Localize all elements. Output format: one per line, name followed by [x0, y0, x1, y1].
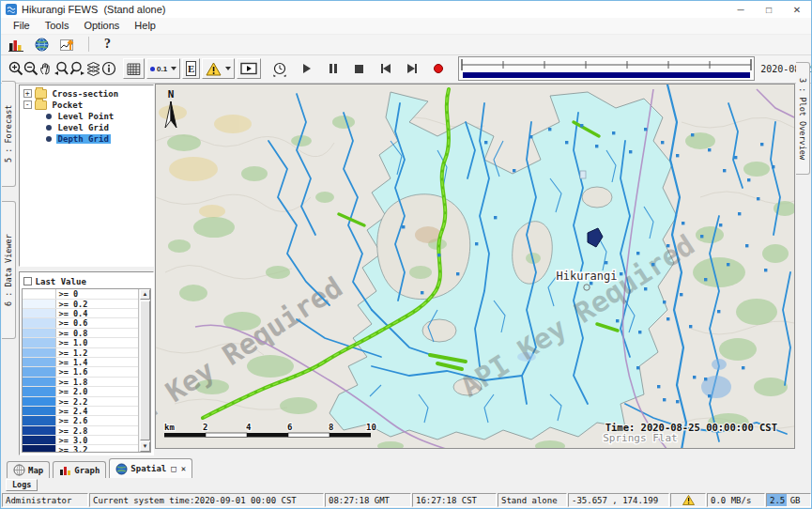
level-point-marker[interactable] [738, 212, 741, 215]
level-point-marker[interactable] [456, 272, 459, 275]
level-point-marker[interactable] [760, 143, 763, 146]
level-point-marker[interactable] [629, 150, 632, 153]
help-button[interactable]: ? [100, 37, 115, 52]
minimize-button[interactable]: ─ [727, 1, 755, 18]
level-point-marker[interactable] [742, 366, 744, 369]
level-point-marker[interactable] [693, 376, 696, 378]
level-point-marker[interactable] [676, 400, 679, 403]
record-button[interactable] [429, 59, 447, 78]
level-point-marker[interactable] [636, 366, 639, 369]
level-point-marker[interactable] [484, 141, 487, 144]
pan-button[interactable] [38, 59, 54, 78]
level-point-marker[interactable] [612, 131, 615, 134]
level-point-marker[interactable] [663, 301, 666, 303]
menu-help[interactable]: Help [128, 19, 162, 32]
pause-button[interactable] [324, 59, 342, 78]
level-point-marker[interactable] [644, 128, 647, 131]
legend-scrollbar[interactable]: ▲ ▼ [138, 289, 150, 452]
level-point-marker[interactable] [644, 287, 647, 290]
level-point-marker[interactable] [680, 293, 682, 296]
level-point-marker[interactable] [708, 148, 711, 151]
elevation-scale-button[interactable]: E [182, 58, 200, 79]
first-frame-button[interactable] [376, 59, 394, 78]
tree-item-label[interactable]: Depth Grid [56, 134, 111, 144]
level-point-marker[interactable] [757, 197, 759, 200]
tab-restore-icon[interactable]: □ [171, 464, 176, 473]
level-point-marker[interactable] [548, 128, 551, 131]
stop-button[interactable] [350, 59, 368, 78]
level-point-marker[interactable] [764, 269, 767, 271]
level-point-marker[interactable] [772, 165, 774, 168]
map-viewport[interactable]: API Key Required [155, 84, 795, 449]
level-point-marker[interactable] [595, 145, 598, 147]
close-button[interactable]: ✕ [783, 1, 811, 18]
tree-item-label[interactable]: Pocket [51, 100, 85, 110]
tree-expander[interactable]: + [23, 89, 32, 98]
status-warning[interactable] [670, 493, 706, 507]
menu-options[interactable]: Options [77, 19, 126, 32]
level-point-marker[interactable] [717, 310, 720, 313]
zoom-next-button[interactable] [69, 59, 85, 78]
tab-graph[interactable]: Graph [53, 461, 106, 478]
profile-display-button[interactable] [59, 35, 77, 54]
level-point-marker[interactable] [513, 169, 515, 172]
tree-item-label[interactable]: Level Grid [56, 123, 111, 132]
level-point-marker[interactable] [691, 133, 694, 136]
tree-item[interactable]: Depth Grid [22, 133, 154, 145]
level-point-marker[interactable] [663, 398, 666, 401]
scroll-up-icon[interactable]: ▲ [140, 289, 150, 300]
tab-map[interactable]: Map [7, 461, 50, 478]
level-point-marker[interactable] [636, 252, 639, 254]
level-point-marker[interactable] [723, 169, 726, 172]
level-point-marker[interactable] [689, 325, 692, 328]
level-point-marker[interactable] [682, 222, 684, 224]
info-button[interactable] [101, 59, 116, 78]
scrollbar-thumb[interactable] [140, 301, 150, 440]
last-frame-button[interactable] [403, 59, 421, 78]
zoom-in-button[interactable] [8, 59, 23, 78]
tree-item[interactable]: Level Point [22, 111, 154, 122]
level-point-marker[interactable] [704, 378, 707, 380]
zoom-out-button[interactable] [23, 59, 38, 78]
level-point-marker[interactable] [565, 141, 568, 144]
time-slider[interactable] [458, 56, 755, 81]
spatial-display-button[interactable] [33, 35, 51, 54]
tab-close-icon[interactable]: ✕ [181, 464, 186, 473]
layers-button[interactable] [85, 59, 101, 78]
level-point-marker[interactable] [529, 135, 532, 138]
animation-settings-button[interactable] [271, 59, 288, 78]
level-point-marker[interactable] [727, 263, 729, 266]
level-point-marker[interactable] [651, 263, 654, 266]
zoom-previous-button[interactable] [54, 59, 69, 78]
maximize-button[interactable]: □ [755, 1, 783, 18]
tree-item-label[interactable]: Level Point [56, 112, 116, 121]
level-point-marker[interactable] [494, 216, 497, 219]
level-point-marker[interactable] [657, 385, 660, 388]
tree-item[interactable]: -Pocket [22, 100, 154, 111]
scalar-display-button[interactable] [7, 35, 24, 54]
contour-threshold-button[interactable]: 0.1 [146, 58, 180, 79]
level-point-marker[interactable] [719, 224, 722, 226]
level-point-marker[interactable] [700, 235, 703, 238]
level-point-marker[interactable] [704, 278, 707, 281]
level-point-marker[interactable] [708, 394, 711, 397]
level-point-marker[interactable] [475, 242, 478, 245]
level-point-marker[interactable] [605, 261, 607, 264]
level-point-marker[interactable] [421, 291, 423, 294]
grid-display-button[interactable] [123, 58, 145, 79]
level-point-marker[interactable] [666, 244, 669, 247]
scroll-down-icon[interactable]: ▼ [140, 441, 150, 452]
tree-expander[interactable]: - [23, 100, 32, 109]
level-point-marker[interactable] [437, 254, 440, 256]
level-point-marker[interactable] [580, 124, 583, 127]
level-point-marker[interactable] [734, 156, 737, 159]
warnings-button[interactable] [202, 58, 235, 79]
logs-button[interactable]: Logs [6, 479, 38, 491]
menu-file[interactable]: File [7, 19, 37, 32]
tree-item-label[interactable]: Cross-section [51, 89, 120, 99]
tab-forecast[interactable]: 5 : Forecast [2, 81, 16, 187]
level-point-marker[interactable] [620, 272, 622, 275]
tree-item[interactable]: Level Grid [22, 122, 154, 133]
last-value-checkbox[interactable] [23, 277, 32, 285]
map-canvas[interactable]: API Key Required [156, 85, 794, 449]
